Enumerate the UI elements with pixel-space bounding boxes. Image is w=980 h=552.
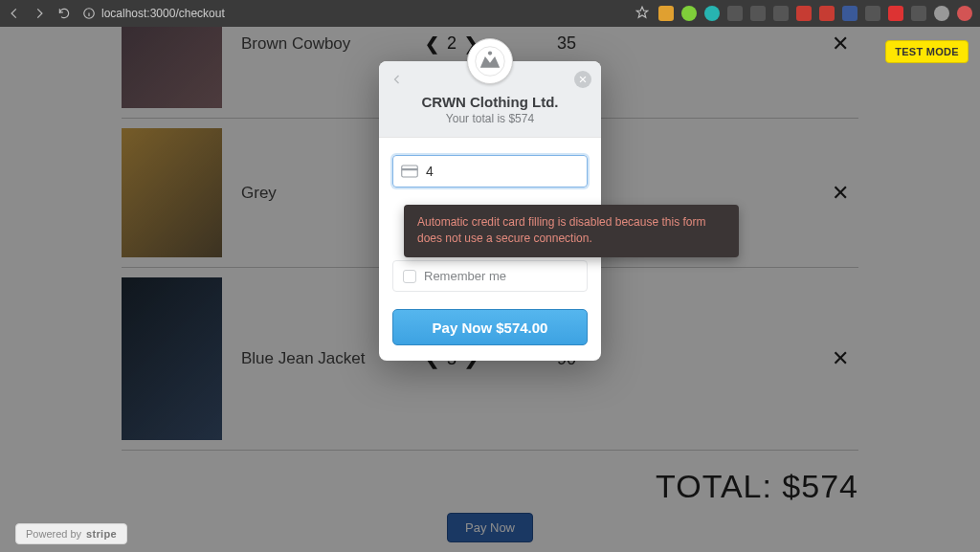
stripe-wordmark: stripe	[86, 528, 117, 540]
nav-forward-button[interactable]	[33, 7, 46, 20]
merchant-name: CRWN Clothing Ltd.	[390, 94, 590, 110]
address-url: localhost:3000/checkout	[101, 7, 225, 20]
remember-me-row[interactable]: Remember me	[392, 260, 588, 292]
powered-by-stripe-badge[interactable]: Powered by stripe	[15, 523, 127, 544]
svg-marker-3	[636, 7, 648, 17]
svg-point-5	[488, 51, 492, 55]
extension-icon[interactable]	[865, 6, 880, 21]
remember-me-checkbox[interactable]	[403, 270, 416, 283]
svg-rect-8	[402, 166, 418, 177]
pay-submit-button[interactable]: Pay Now $574.00	[392, 309, 588, 345]
nav-back-button[interactable]	[8, 7, 21, 20]
nav-reload-button[interactable]	[57, 7, 71, 20]
address-bar[interactable]: localhost:3000/checkout	[82, 7, 624, 20]
merchant-logo	[467, 38, 513, 84]
facebook-icon[interactable]	[842, 6, 858, 21]
modal-header: CRWN Clothing Ltd. Your total is $574	[379, 61, 601, 138]
card-number-input[interactable]	[424, 163, 595, 180]
extension-icon[interactable]	[796, 6, 812, 21]
extension-icon[interactable]	[957, 6, 972, 21]
extension-icon[interactable]	[819, 6, 835, 21]
svg-rect-9	[402, 168, 418, 170]
abp-icon[interactable]	[888, 6, 903, 21]
card-number-field[interactable]	[392, 155, 588, 188]
modal-back-button[interactable]	[389, 71, 406, 88]
info-icon	[82, 7, 96, 20]
modal-subtitle: Your total is $574	[390, 112, 590, 125]
modal-close-button[interactable]	[574, 71, 591, 88]
page-viewport: Brown Cowboy ❮ 2 ❯ 35 ✕ Grey ✕ Blue Jean…	[0, 27, 980, 552]
svg-point-4	[476, 47, 505, 77]
bookmark-star-icon[interactable]	[635, 6, 651, 21]
powered-prefix: Powered by	[26, 528, 81, 540]
extension-icon[interactable]	[704, 6, 720, 21]
extension-icon[interactable]	[681, 6, 697, 21]
autofill-warning-tooltip: Automatic credit card filling is disable…	[404, 205, 739, 257]
test-mode-badge: TEST MODE	[885, 40, 969, 63]
remember-me-label: Remember me	[424, 269, 506, 283]
extension-icon[interactable]	[658, 6, 674, 21]
browser-extensions	[635, 6, 972, 21]
pocket-icon[interactable]	[727, 6, 743, 21]
browser-toolbar: localhost:3000/checkout	[0, 0, 980, 27]
profile-avatar-icon[interactable]	[934, 6, 949, 21]
extension-icon[interactable]	[773, 6, 789, 21]
credit-card-icon	[401, 165, 418, 178]
extension-icon[interactable]	[911, 6, 926, 21]
extension-icon[interactable]	[750, 6, 766, 21]
crown-icon	[474, 45, 506, 77]
